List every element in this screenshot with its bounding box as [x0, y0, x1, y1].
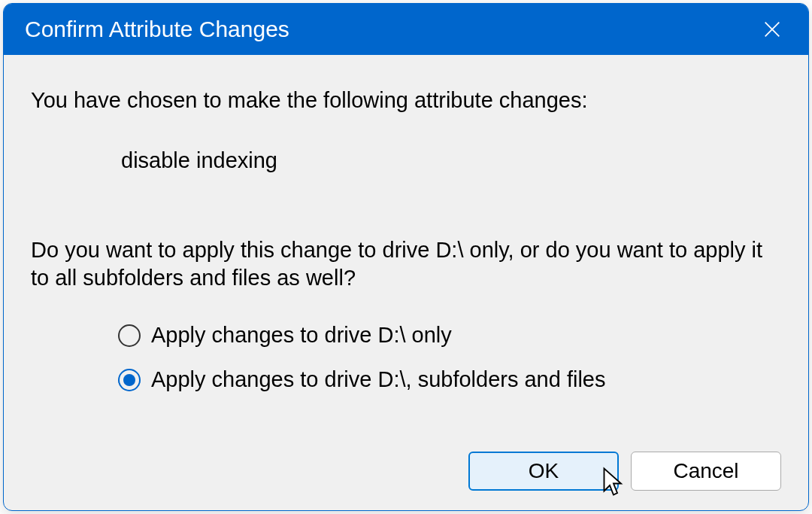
change-item: disable indexing: [121, 148, 781, 173]
close-icon[interactable]: [754, 11, 790, 47]
question-text: Do you want to apply this change to driv…: [31, 236, 781, 293]
radio-circle-icon: [118, 369, 141, 391]
radio-option-all[interactable]: Apply changes to drive D:\, subfolders a…: [118, 367, 781, 392]
confirm-attribute-changes-dialog: Confirm Attribute Changes You have chose…: [3, 3, 809, 511]
titlebar: Confirm Attribute Changes: [4, 4, 808, 55]
button-row: OK Cancel: [468, 452, 781, 491]
radio-label-all: Apply changes to drive D:\, subfolders a…: [151, 367, 606, 392]
radio-group: Apply changes to drive D:\ only Apply ch…: [118, 323, 781, 392]
dialog-title: Confirm Attribute Changes: [25, 17, 289, 42]
radio-label-drive-only: Apply changes to drive D:\ only: [151, 323, 452, 348]
cancel-button[interactable]: Cancel: [631, 452, 781, 491]
intro-text: You have chosen to make the following at…: [31, 87, 781, 115]
radio-option-drive-only[interactable]: Apply changes to drive D:\ only: [118, 323, 781, 348]
dialog-content: You have chosen to make the following at…: [4, 55, 808, 392]
radio-circle-icon: [118, 324, 141, 347]
ok-button[interactable]: OK: [468, 452, 619, 491]
